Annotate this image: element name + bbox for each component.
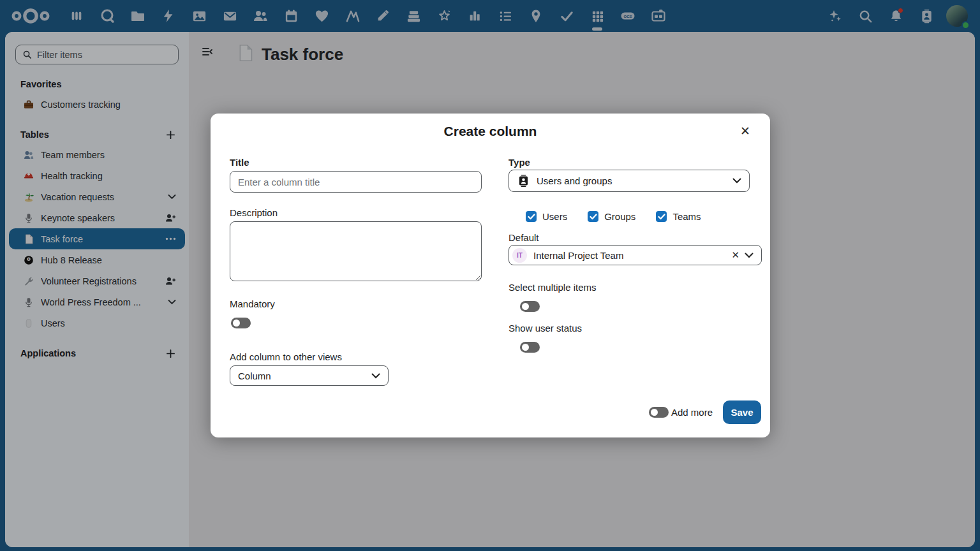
mandatory-label: Mandatory (230, 298, 275, 309)
toggle-knob (233, 320, 240, 327)
mandatory-toggle[interactable] (231, 318, 251, 328)
chevron-down-icon (371, 373, 380, 379)
toggle-knob (522, 303, 529, 310)
add-to-views-label: Add column to other views (230, 351, 342, 362)
title-label: Title (230, 157, 249, 168)
checkbox-label: Groups (604, 211, 635, 222)
add-to-views-value: Column (238, 371, 371, 381)
column-title-input[interactable] (230, 171, 482, 193)
team-avatar-chip: IT (512, 248, 527, 263)
modal-title: Create column (211, 124, 770, 139)
show-user-status-label: Show user status (509, 323, 582, 334)
checkbox-checked-icon (588, 211, 598, 222)
description-textarea[interactable] (230, 221, 482, 281)
add-more-label: Add more (671, 407, 713, 418)
checkbox-checked-icon (656, 211, 667, 222)
chevron-down-icon (745, 253, 754, 258)
type-value: Users and groups (537, 175, 732, 186)
teams-checkbox[interactable]: Teams (656, 211, 701, 222)
default-value: Internal Project Team (533, 250, 726, 261)
users-and-groups-icon (517, 174, 530, 187)
add-to-views-select[interactable]: Column (230, 365, 389, 386)
checkbox-checked-icon (526, 211, 537, 222)
chevron-down-icon (732, 178, 741, 184)
toggle-knob (522, 344, 529, 351)
clear-selection-icon[interactable]: ✕ (726, 249, 745, 261)
users-checkbox[interactable]: Users (526, 211, 567, 222)
select-multiple-label: Select multiple items (509, 282, 597, 293)
type-label: Type (509, 157, 530, 168)
type-select[interactable]: Users and groups (509, 170, 750, 192)
checkbox-label: Users (542, 211, 567, 222)
show-user-status-toggle[interactable] (520, 342, 540, 353)
type-options-row: Users Groups Teams (526, 211, 722, 222)
default-label: Default (509, 232, 539, 243)
default-select[interactable]: IT Internal Project Team ✕ (509, 245, 762, 265)
toggle-knob (651, 409, 658, 416)
save-button[interactable]: Save (723, 400, 761, 424)
groups-checkbox[interactable]: Groups (588, 211, 635, 222)
create-column-modal: Create column ✕ Title Description Mandat… (211, 114, 770, 437)
close-icon[interactable]: ✕ (734, 120, 756, 142)
select-multiple-toggle[interactable] (520, 301, 540, 312)
description-label: Description (230, 207, 278, 218)
checkbox-label: Teams (672, 211, 701, 222)
add-more-toggle[interactable] (649, 407, 669, 418)
